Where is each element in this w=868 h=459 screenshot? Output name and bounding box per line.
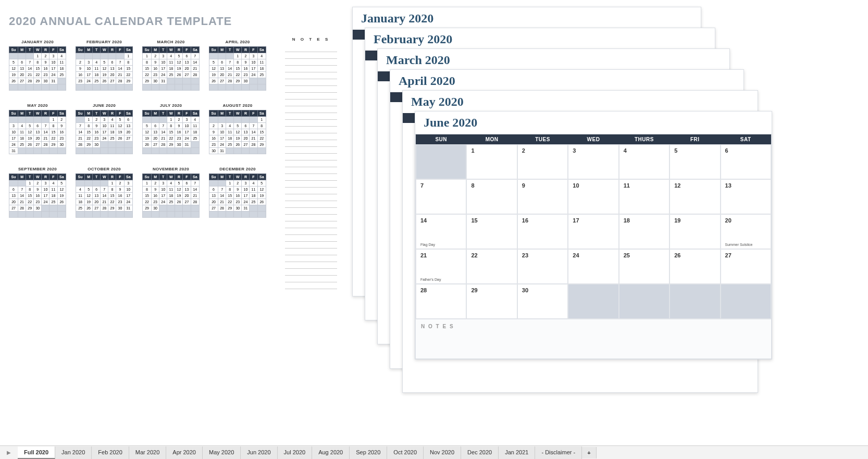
- month-card-title: March 2020: [386, 53, 721, 67]
- sheet-tab[interactable]: May 2020: [203, 446, 241, 459]
- calendar-cell[interactable]: 21Father's Day: [416, 249, 466, 284]
- calendar-cell[interactable]: 30: [517, 284, 568, 319]
- sheet-tab[interactable]: Jan 2020: [55, 446, 92, 459]
- note-line[interactable]: [285, 52, 337, 59]
- calendar-cell[interactable]: [568, 284, 618, 319]
- calendar-cell[interactable]: [619, 284, 669, 319]
- calendar-cell[interactable]: 1: [466, 144, 517, 179]
- note-line[interactable]: [285, 235, 337, 242]
- calendar-cell[interactable]: 19: [669, 214, 720, 249]
- calendar-cell[interactable]: 29: [466, 284, 517, 319]
- sheet-tab[interactable]: Sep 2020: [350, 446, 387, 459]
- calendar-cell[interactable]: [669, 284, 720, 319]
- note-line[interactable]: [285, 215, 337, 221]
- month-card-title: June 2020: [424, 116, 763, 130]
- mini-month-title: JANUARY 2020: [9, 40, 66, 44]
- note-line[interactable]: [285, 106, 337, 113]
- note-line[interactable]: [285, 167, 337, 174]
- calendar-cell[interactable]: [416, 144, 466, 179]
- note-line[interactable]: [285, 242, 337, 249]
- calendar-cell[interactable]: 8: [466, 179, 517, 214]
- note-line[interactable]: [285, 59, 337, 66]
- calendar-cell[interactable]: 9: [517, 179, 568, 214]
- note-line[interactable]: [285, 201, 337, 208]
- note-line[interactable]: [285, 113, 337, 120]
- mini-month-title: AUGUST 2020: [209, 103, 266, 108]
- note-line[interactable]: [285, 160, 337, 167]
- note-line[interactable]: [285, 208, 337, 215]
- calendar-cell[interactable]: 14Flag Day: [416, 214, 466, 249]
- day-header: SAT: [721, 134, 771, 144]
- calendar-cell[interactable]: 13: [721, 179, 771, 214]
- note-line[interactable]: [285, 66, 337, 72]
- day-header: FRI: [669, 134, 720, 144]
- sheet-tab[interactable]: - Disclaimer -: [535, 446, 582, 459]
- note-line[interactable]: [285, 228, 337, 235]
- note-line[interactable]: [285, 174, 337, 181]
- note-line[interactable]: [285, 120, 337, 127]
- note-line[interactable]: [285, 221, 337, 228]
- calendar-cell[interactable]: 22: [466, 249, 517, 284]
- note-line[interactable]: [285, 140, 337, 147]
- calendar-cell[interactable]: 15: [466, 214, 517, 249]
- note-line[interactable]: [285, 188, 337, 194]
- sheet-tab[interactable]: Jun 2020: [241, 446, 277, 459]
- sheet-tab[interactable]: Apr 2020: [166, 446, 203, 459]
- calendar-cell[interactable]: 3: [568, 144, 618, 179]
- mini-month: MARCH 2020SuMTWRFSa123456789101112131415…: [142, 40, 200, 91]
- sheet-tab[interactable]: Oct 2020: [387, 446, 424, 459]
- note-line[interactable]: [285, 72, 337, 79]
- calendar-cell[interactable]: 11: [619, 179, 669, 214]
- tab-nav-prev[interactable]: ▶: [0, 450, 18, 455]
- calendar-cell[interactable]: 17: [568, 214, 618, 249]
- calendar-cell[interactable]: 18: [619, 214, 669, 249]
- calendar-cell[interactable]: 26: [669, 249, 720, 284]
- note-line[interactable]: [285, 100, 337, 106]
- sheet-tab[interactable]: Full 2020: [18, 446, 55, 459]
- calendar-cell[interactable]: [721, 284, 771, 319]
- day-header: MON: [466, 134, 517, 144]
- calendar-cell[interactable]: 7: [416, 179, 466, 214]
- sheet-tab[interactable]: Mar 2020: [129, 446, 166, 459]
- note-line[interactable]: [285, 276, 337, 282]
- note-line[interactable]: [285, 262, 337, 269]
- note-line[interactable]: [285, 133, 337, 140]
- note-line[interactable]: [285, 147, 337, 154]
- calendar-cell[interactable]: 20Summer Solstice: [721, 214, 771, 249]
- calendar-cell[interactable]: 4: [619, 144, 669, 179]
- sheet-tab[interactable]: Feb 2020: [92, 446, 129, 459]
- calendar-cell[interactable]: 28: [416, 284, 466, 319]
- calendar-cell[interactable]: 27: [721, 249, 771, 284]
- month-card-front: June 2020SUNMONTUESWEDTHURSFRISAT1234567…: [415, 111, 772, 359]
- sheet-tab[interactable]: Jan 2021: [499, 446, 535, 459]
- note-line[interactable]: [285, 45, 337, 52]
- note-line[interactable]: [285, 86, 337, 93]
- sheet-tab[interactable]: Nov 2020: [424, 446, 461, 459]
- note-line[interactable]: [285, 79, 337, 86]
- add-sheet-button[interactable]: +: [582, 447, 596, 458]
- note-line[interactable]: [285, 194, 337, 201]
- calendar-cell[interactable]: 23: [517, 249, 568, 284]
- calendar-cell[interactable]: 24: [568, 249, 618, 284]
- note-line[interactable]: [285, 127, 337, 133]
- note-line[interactable]: [285, 255, 337, 262]
- mini-month: JANUARY 2020SuMTWRFSa1234567891011121314…: [9, 40, 66, 91]
- calendar-cell[interactable]: 10: [568, 179, 618, 214]
- note-line[interactable]: [285, 269, 337, 276]
- calendar-cell[interactable]: 12: [669, 179, 720, 214]
- note-line[interactable]: [285, 154, 337, 160]
- mini-month-title: DECEMBER 2020: [209, 167, 266, 171]
- note-line[interactable]: [285, 282, 337, 289]
- calendar-cell[interactable]: 6: [721, 144, 771, 179]
- sheet-tab[interactable]: Jul 2020: [278, 446, 313, 459]
- sheet-tab[interactable]: Aug 2020: [312, 446, 350, 459]
- mini-month: SEPTEMBER 2020SuMTWRFSa12345678910111213…: [9, 167, 66, 218]
- note-line[interactable]: [285, 249, 337, 255]
- calendar-cell[interactable]: 16: [517, 214, 568, 249]
- calendar-cell[interactable]: 5: [669, 144, 720, 179]
- calendar-cell[interactable]: 25: [619, 249, 669, 284]
- note-line[interactable]: [285, 93, 337, 100]
- calendar-cell[interactable]: 2: [517, 144, 568, 179]
- note-line[interactable]: [285, 181, 337, 188]
- sheet-tab[interactable]: Dec 2020: [461, 446, 499, 459]
